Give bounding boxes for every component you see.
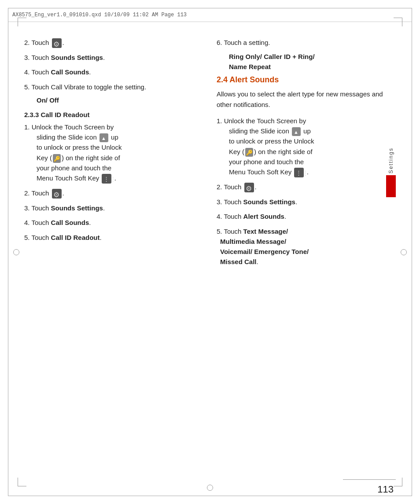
- left-l-step4: 4. Touch Call Sounds.: [24, 217, 203, 228]
- corner-mark-br: [394, 478, 402, 486]
- section-233-heading: 2.3.3 Call ID Readout: [24, 111, 203, 118]
- left-unlock-indent: sliding the Slide icon up to unlock or p…: [37, 132, 203, 184]
- section-24-title: 2.4 Alert Sounds: [217, 75, 396, 85]
- gear-icon-2: [52, 189, 62, 199]
- key-icon-1: [53, 154, 61, 163]
- left-step2: 2. Touch .: [24, 37, 203, 48]
- left-l-step5: 5. Touch Call ID Readout.: [24, 232, 203, 243]
- right-r-step4: 4. Touch Alert Sounds.: [217, 211, 396, 221]
- slide-up-icon-1: [99, 133, 108, 142]
- side-mark-bottom: [207, 485, 213, 491]
- on-off-label: On/ Off: [37, 96, 203, 104]
- left-step3: 3. Touch Sounds Settings.: [24, 52, 203, 63]
- content-area: 2. Touch . 3. Touch Sounds Settings. 4. …: [24, 24, 396, 478]
- right-r-step2: 2. Touch .: [217, 182, 396, 192]
- right-unlock-step1: 1. Unlock the Touch Screen by sliding th…: [217, 116, 396, 177]
- right-step6: 6. Touch a setting.: [217, 37, 396, 48]
- right-intro: Allows you to select the alert type for …: [217, 89, 396, 110]
- side-mark-right: [401, 249, 407, 255]
- side-mark-left: [13, 249, 19, 255]
- ring-label: Ring Only/ Caller ID + Ring/Name Repeat: [229, 52, 396, 72]
- corner-mark-bl: [18, 478, 26, 486]
- gear-icon-1: [52, 38, 62, 48]
- left-column: 2. Touch . 3. Touch Sounds Settings. 4. …: [24, 24, 203, 478]
- slide-up-icon-2: [292, 127, 301, 136]
- page-divider: [343, 479, 396, 480]
- left-l-step2: 2. Touch .: [24, 188, 203, 199]
- right-r-step3: 3. Touch Sounds Settings.: [217, 197, 396, 207]
- left-unlock-step1: 1. Unlock the Touch Screen by sliding th…: [24, 122, 203, 184]
- right-r-step5: 5. Touch Text Message/ Multimedia Messag…: [217, 226, 396, 267]
- gear-icon-3: [244, 183, 254, 192]
- settings-tab-bar: [386, 175, 396, 197]
- left-step4: 4. Touch Call Sounds.: [24, 67, 203, 77]
- left-l-step3: 3. Touch Sounds Settings.: [24, 203, 203, 213]
- right-unlock-indent: sliding the Slide icon up to unlock or p…: [229, 126, 396, 177]
- right-column: 6. Touch a setting. Ring Only/ Caller ID…: [217, 24, 396, 478]
- settings-tab-label: Settings: [388, 147, 394, 173]
- menu-icon-2: [294, 168, 304, 177]
- page-number: 113: [377, 484, 394, 495]
- left-step5: 5. Touch Call Vibrate to toggle the sett…: [24, 82, 203, 92]
- key-icon-2: [245, 148, 253, 157]
- menu-icon-1: [102, 174, 111, 184]
- settings-tab: Settings: [386, 147, 396, 197]
